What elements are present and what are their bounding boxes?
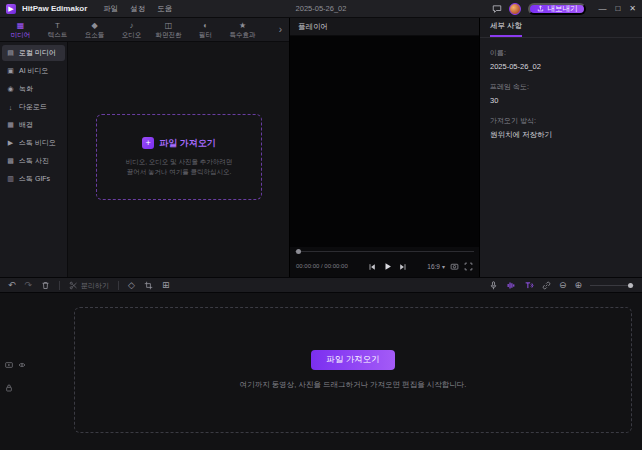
video-canvas — [290, 36, 479, 247]
close-button[interactable]: ✕ — [629, 0, 636, 18]
zoom-slider-handle[interactable] — [628, 283, 633, 288]
zoom-in-button[interactable]: ⊕ — [574, 281, 582, 290]
timeline-dropzone[interactable]: 파일 가져오기 여기까지 동영상, 사진을 드래그하거나 가져오면 편집을 시작… — [74, 307, 632, 433]
background-icon: ▦ — [6, 121, 15, 129]
export-icon — [537, 5, 544, 12]
framerate-label: 프레임 속도: — [490, 82, 632, 92]
media-sidebar: ▤ 로컬 미디어 ▣ AI 비디오 ◉ 녹화 ↓ 다운로드 — [0, 42, 68, 277]
time-display: 00:00:00 / 00:00:00 — [296, 263, 348, 269]
play-button[interactable] — [383, 257, 392, 275]
playhead-handle[interactable] — [296, 249, 301, 254]
tab-elements[interactable]: ◆ 요소들 — [76, 21, 113, 38]
player-header: 플레이어 — [290, 18, 479, 36]
media-library: + 파일 가져오기 비디오, 오디오 및 사진을 추가하려면 끌어서 놓거나 여… — [68, 42, 289, 277]
record-icon: ◉ — [6, 85, 15, 93]
seek-bar[interactable] — [290, 247, 479, 255]
elements-icon: ◆ — [91, 21, 97, 30]
undo-button[interactable]: ↶ — [8, 281, 16, 290]
redo-button[interactable]: ↷ — [25, 281, 33, 290]
filter-icon: ◐ — [203, 21, 208, 30]
stock-video-icon: ▶ — [6, 139, 15, 147]
folder-icon: ▤ — [6, 49, 15, 57]
name-value: 2025-05-26_02 — [490, 62, 632, 71]
crop-button[interactable] — [144, 281, 153, 290]
tab-filters[interactable]: ◐ 필터 — [187, 21, 224, 38]
player-panel: 플레이어 00:00:00 / 00:00:00 — [290, 18, 480, 277]
import-mode-label: 가져오기 방식: — [490, 116, 632, 126]
delete-button[interactable] — [41, 281, 50, 290]
import-title: 파일 가져오기 — [159, 137, 216, 150]
lock-icon[interactable] — [5, 378, 13, 396]
menu-help[interactable]: 도움 — [157, 4, 172, 14]
snapshot-button[interactable] — [450, 257, 459, 275]
sidebar-item-stock-photo[interactable]: ▩ 스톡 사진 — [2, 153, 65, 169]
video-track-icon[interactable] — [5, 355, 13, 373]
framerate-value: 30 — [490, 96, 632, 105]
timeline-hint: 여기까지 동영상, 사진을 드래그하거나 가져오면 편집을 시작합니다. — [240, 380, 467, 390]
tab-details[interactable]: 세부 사항 — [490, 21, 522, 37]
titlebar: ▶ HitPaw Edimakor 파일 설정 도움 2025-05-26_02… — [0, 0, 642, 18]
zoom-out-button[interactable]: ⊖ — [559, 281, 567, 290]
sidebar-item-background[interactable]: ▦ 배경 — [2, 117, 65, 133]
track-controls — [5, 355, 26, 396]
import-file-button[interactable]: 파일 가져오기 — [311, 350, 394, 370]
import-mode-value: 원위치에 저장하기 — [490, 130, 632, 140]
ai-video-icon: ▣ — [6, 67, 15, 75]
asset-tabs: ▦ 미디어 T 텍스트 ◆ 요소들 ♪ 오디오 ◫ 화면전환 — [0, 18, 289, 42]
microphone-button[interactable] — [489, 281, 498, 290]
fullscreen-button[interactable] — [464, 257, 473, 275]
tab-media[interactable]: ▦ 미디어 — [2, 21, 39, 38]
sidebar-item-stock-video[interactable]: ▶ 스톡 비디오 — [2, 135, 65, 151]
prev-frame-button[interactable] — [368, 257, 376, 275]
speech-to-text-button[interactable] — [506, 281, 516, 290]
timeline-zoom-slider[interactable] — [590, 285, 634, 286]
split-button[interactable]: 분리하기 — [69, 281, 109, 290]
player-title: 플레이어 — [298, 22, 328, 32]
stock-photo-icon: ▩ — [6, 157, 15, 165]
more-tabs-arrow-icon[interactable]: › — [279, 24, 287, 35]
app-logo-icon: ▶ — [6, 4, 16, 14]
effects-icon: ★ — [239, 21, 246, 30]
aspect-ratio-dropdown[interactable]: 16:9 ▾ — [427, 263, 445, 270]
media-import-dropzone[interactable]: + 파일 가져오기 비디오, 오디오 및 사진을 추가하려면 끌어서 놓거나 여… — [96, 114, 262, 200]
eye-icon[interactable] — [18, 355, 26, 373]
menu-bar: 파일 설정 도움 — [103, 4, 172, 14]
toolbar-divider — [118, 281, 119, 290]
transform-button[interactable]: ⊞ — [162, 281, 170, 290]
export-label: 내보내기 — [547, 4, 577, 14]
scissors-icon — [69, 281, 78, 290]
app-window: ▶ HitPaw Edimakor 파일 설정 도움 2025-05-26_02… — [0, 0, 642, 450]
tab-effects[interactable]: ★ 특수효과 — [224, 21, 261, 38]
text-icon: T — [55, 21, 60, 30]
sidebar-item-download[interactable]: ↓ 다운로드 — [2, 99, 65, 115]
tab-transitions[interactable]: ◫ 화면전환 — [150, 21, 187, 38]
menu-settings[interactable]: 설정 — [130, 4, 145, 14]
minimize-button[interactable]: — — [598, 0, 606, 18]
media-icon: ▦ — [17, 21, 25, 30]
menu-file[interactable]: 파일 — [103, 4, 118, 14]
sidebar-item-ai-video[interactable]: ▣ AI 비디오 — [2, 63, 65, 79]
sidebar-item-record[interactable]: ◉ 녹화 — [2, 81, 65, 97]
toolbar-divider — [59, 281, 60, 290]
text-to-speech-button[interactable] — [524, 281, 534, 290]
export-button[interactable]: 내보내기 — [528, 3, 586, 15]
details-panel: 세부 사항 이름: 2025-05-26_02 프레임 속도: 30 가져오기 … — [480, 18, 642, 277]
add-file-icon: + — [142, 137, 154, 149]
tab-audio[interactable]: ♪ 오디오 — [113, 21, 150, 38]
user-avatar[interactable] — [509, 3, 521, 15]
chevron-down-icon: ▾ — [442, 263, 445, 270]
feedback-icon[interactable] — [492, 4, 502, 14]
name-label: 이름: — [490, 48, 632, 58]
next-frame-button[interactable] — [399, 257, 407, 275]
timeline-toolbar: ↶ ↷ 분리하기 ◇ ⊞ ⊖ — [0, 277, 642, 293]
import-hint: 비디오, 오디오 및 사진을 추가하려면 끌어서 놓거나 여기를 클릭하십시오. — [126, 157, 233, 178]
details-tabs: 세부 사항 — [480, 18, 642, 38]
transition-icon: ◫ — [165, 21, 173, 30]
tab-text[interactable]: T 텍스트 — [39, 21, 76, 38]
sidebar-item-local-media[interactable]: ▤ 로컬 미디어 — [2, 45, 65, 61]
link-button[interactable] — [542, 281, 551, 290]
keyframe-button[interactable]: ◇ — [128, 281, 135, 290]
maximize-button[interactable]: □ — [615, 0, 620, 18]
sidebar-item-stock-gifs[interactable]: ▥ 스톡 GIFs — [2, 171, 65, 187]
main-area: ▦ 미디어 T 텍스트 ◆ 요소들 ♪ 오디오 ◫ 화면전환 — [0, 18, 642, 277]
